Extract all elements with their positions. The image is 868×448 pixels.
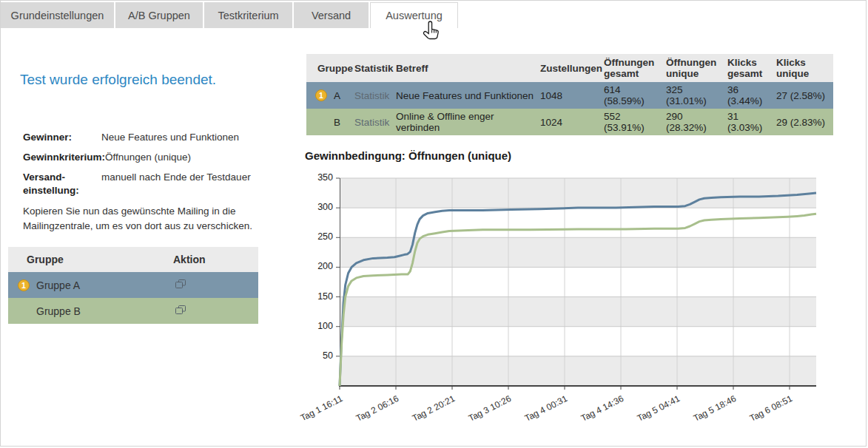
copy-icon[interactable] <box>175 279 186 289</box>
summary-row-gewinner: Gewinner: Neue Features und Funktionen <box>23 131 267 144</box>
gewinner-label: Gewinner: <box>23 131 101 144</box>
row-a-oeffnungen-unique: 325 (31.01%) <box>666 84 727 106</box>
row-a-zustellungen: 1048 <box>540 90 604 101</box>
gewinner-value: Neue Features und Funktionen <box>101 131 267 144</box>
col-oeffnungen-unique: Öffnungen unique <box>666 57 727 79</box>
y-tick-label: 100 <box>305 321 333 331</box>
versandeinstellung-value: manuell nach Ende der Testdauer <box>101 171 267 197</box>
x-tick-label: Tag 3 10:26 <box>467 393 513 424</box>
row-a-betreff: Neue Features und Funktionen <box>396 90 540 101</box>
row-b-klicks-gesamt: 31 (3.03%) <box>727 111 776 133</box>
x-tick-label: Tag 5 18:46 <box>692 393 738 424</box>
y-tick-label: 350 <box>305 172 333 183</box>
row-b-oeffnungen-gesamt: 552 (53.91%) <box>604 111 666 133</box>
group-row-b[interactable]: Gruppe B <box>8 298 258 324</box>
y-tick-label: 250 <box>305 231 333 242</box>
row-a-oeffnungen-gesamt: 614 (58.59%) <box>604 84 666 106</box>
x-tick-label: Tag 1 16:11 <box>299 393 344 424</box>
chart-title: Gewinnbedingung: Öffnungen (unique) <box>305 149 511 162</box>
row-b-klicks-unique: 29 (2.83%) <box>776 117 833 128</box>
results-row-b: B Statistik Online & Offline enger verbi… <box>306 109 833 135</box>
gewinnkriterium-value: Öffnungen (unique) <box>105 151 267 164</box>
y-tick-label: 50 <box>305 350 333 361</box>
tab-auswertung[interactable]: Auswertung <box>370 2 458 28</box>
action-column-header: Aktion <box>166 254 258 265</box>
results-table-header: Gruppe Statistik Betreff Zustellungen Öf… <box>306 54 833 82</box>
summary-row-versandeinstellung: Versand-einstellung: manuell nach Ende d… <box>23 171 267 197</box>
instruction-note: Kopieren Sie nun das gewünschte Mailing … <box>23 204 257 234</box>
row-b-zustellungen: 1024 <box>540 117 604 128</box>
col-zustellungen: Zustellungen <box>540 63 604 74</box>
results-row-a: 1 A Statistik Neue Features und Funktion… <box>306 82 833 109</box>
results-table: Gruppe Statistik Betreff Zustellungen Öf… <box>306 54 833 135</box>
col-klicks-gesamt: Klicks gesamt <box>727 57 776 79</box>
status-heading: Test wurde erfolgreich beendet. <box>20 72 216 88</box>
x-tick-label: Tag 4 14:36 <box>579 393 625 424</box>
x-tick-label: Tag 5 04:41 <box>636 393 682 424</box>
versandeinstellung-label: Versand-einstellung: <box>23 171 101 197</box>
group-column-header: Gruppe <box>8 254 166 265</box>
x-tick-label: Tag 2 20:21 <box>411 393 457 424</box>
statistik-link[interactable]: Statistik <box>354 117 389 128</box>
tab-versand[interactable]: Versand <box>294 2 369 28</box>
row-a-klicks-gesamt: 36 (3.44%) <box>727 84 776 106</box>
tab-ab-gruppen[interactable]: A/B Gruppen <box>115 2 203 28</box>
summary-row-gewinnkriterium: Gewinnkriterium: Öffnungen (unique) <box>23 151 267 164</box>
plot-area <box>340 178 816 386</box>
col-gruppe: Gruppe <box>306 63 354 74</box>
winner-condition-chart: Gewinnbedingung: Öffnungen (unique) 5010… <box>299 145 824 430</box>
tab-grundeinstellungen[interactable]: Grundeinstellungen <box>1 2 114 28</box>
y-tick-label: 150 <box>305 291 333 302</box>
copy-icon[interactable] <box>175 305 186 315</box>
row-b-oeffnungen-unique: 290 (28.32%) <box>666 111 727 133</box>
col-betreff: Betreff <box>396 63 540 74</box>
row-b-gruppe: B <box>334 117 340 128</box>
y-tick-label: 300 <box>305 202 333 212</box>
x-tick-label: Tag 2 06:16 <box>354 393 400 424</box>
test-summary: Gewinner: Neue Features und Funktionen G… <box>23 131 267 204</box>
group-b-name: Gruppe B <box>36 305 81 317</box>
tab-testkriterium[interactable]: Testkriterium <box>204 2 292 28</box>
group-table-header: Gruppe Aktion <box>8 247 258 272</box>
ab-test-evaluation-page: Grundeinstellungen A/B Gruppen Testkrite… <box>0 0 867 447</box>
x-tick-label: Tag 6 08:51 <box>748 393 794 424</box>
y-tick-label: 200 <box>305 261 333 271</box>
col-statistik: Statistik <box>354 63 396 74</box>
row-a-gruppe: A <box>334 90 340 101</box>
x-tick-label: Tag 4 00:31 <box>523 393 569 424</box>
group-row-a[interactable]: 1 Gruppe A <box>8 272 258 298</box>
statistik-link[interactable]: Statistik <box>354 90 389 101</box>
col-klicks-unique: Klicks unique <box>776 57 833 79</box>
winner-badge-icon: 1 <box>18 279 30 291</box>
winner-badge-icon: 1 <box>315 89 327 101</box>
gewinnkriterium-label: Gewinnkriterium: <box>23 151 105 164</box>
hand-pointer-cursor-icon <box>422 21 440 41</box>
row-a-klicks-unique: 27 (2.58%) <box>776 90 833 101</box>
group-table: Gruppe Aktion 1 Gruppe A Gruppe B <box>8 247 258 324</box>
group-a-name: Gruppe A <box>36 279 80 291</box>
col-oeffnungen-gesamt: Öffnungen gesamt <box>604 57 666 79</box>
row-b-betreff: Online & Offline enger verbinden <box>396 111 540 133</box>
